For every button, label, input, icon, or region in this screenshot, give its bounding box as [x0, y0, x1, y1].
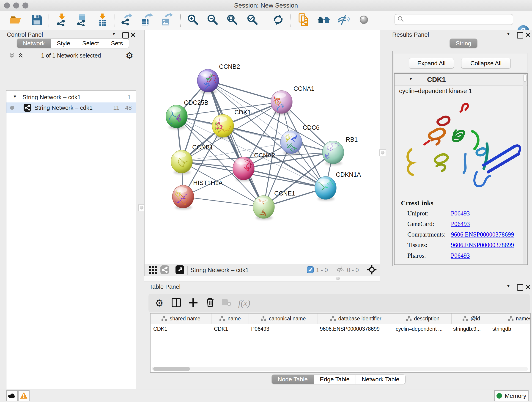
function-builder-icon[interactable]: f(x)	[238, 298, 250, 308]
right-splitter-handle[interactable]	[380, 149, 386, 156]
clipboard-share-icon	[297, 13, 310, 27]
network-view-toolbar: String Network – cdk1 1 - 0 0 - 0	[144, 264, 380, 276]
status-bar	[0, 389, 532, 402]
tab-sets[interactable]: Sets	[105, 39, 129, 48]
results-panel-float-button[interactable]	[517, 32, 523, 39]
toolbar-search[interactable]	[394, 14, 513, 25]
export-table-button[interactable]	[138, 12, 155, 28]
crosslink-link[interactable]: P06493	[451, 252, 470, 263]
gene-collapse-icon[interactable]: ▼	[409, 77, 413, 81]
crosslink-link[interactable]: 9606.ENSP00000378699	[451, 242, 514, 252]
hidden-eye-slash-icon[interactable]	[336, 265, 345, 275]
network-graph[interactable]: CCNB2CCNA1CDC25BCDK1CDC6RB1CCNB1CCNA2CDK…	[145, 30, 380, 264]
gene-description: cyclin–dependent kinase 1	[399, 88, 472, 95]
table-cell[interactable]: CDK1	[151, 324, 211, 334]
table-cell[interactable]: stringdb:9...	[450, 324, 490, 334]
zoom-selected-button[interactable]	[244, 12, 261, 28]
grid-view-icon[interactable]	[148, 265, 157, 275]
tab-select[interactable]: Select	[76, 39, 105, 48]
refresh-view-button[interactable]	[270, 12, 286, 28]
tab-network-table[interactable]: Network Table	[355, 375, 405, 384]
column-header-name[interactable]: name	[211, 313, 249, 324]
horizontal-splitter[interactable]	[144, 276, 380, 281]
results-panel-close-button[interactable]: ✕	[525, 31, 531, 39]
network-options-gear-icon[interactable]: ⚙	[126, 51, 133, 61]
import-network-from-database-button[interactable]	[73, 12, 90, 28]
table-row[interactable]: CDK1CDK1P064939606.ENSP00000378699cyclin…	[151, 324, 530, 334]
column-header--id[interactable]: @id	[452, 313, 491, 324]
table-panel-menu-caret-icon[interactable]: ▼	[506, 284, 510, 288]
selected-checkbox-icon[interactable]	[307, 266, 314, 274]
results-scrollbar-thumb[interactable]	[523, 74, 526, 82]
control-panel-close-button[interactable]: ✕	[130, 31, 136, 39]
network-canvas[interactable]: CCNB2CCNA1CDC25BCDK1CDC6RB1CCNB1CCNA2CDK…	[144, 30, 380, 264]
export-image-button[interactable]	[158, 12, 175, 28]
export-network-button[interactable]	[119, 12, 135, 28]
tab-style[interactable]: Style	[51, 39, 76, 48]
column-header-database-identifier[interactable]: database identifier	[318, 313, 394, 324]
column-header-description[interactable]: description	[394, 313, 452, 324]
table-cell[interactable]: stringdb	[490, 324, 531, 334]
table-cell[interactable]: 9606.ENSP00000378699	[317, 324, 393, 334]
crosslink-link[interactable]: P06493	[451, 210, 470, 220]
detach-view-icon[interactable]	[175, 265, 185, 275]
table-cell[interactable]: P06493	[248, 324, 317, 334]
memory-button[interactable]: Memory	[494, 390, 529, 401]
network-row-selected[interactable]: String Network – cdk1 11 48	[6, 102, 136, 113]
table-header-row: shared namenamecanonical namedatabase id…	[151, 313, 530, 324]
column-header-canonical-name[interactable]: canonical name	[249, 313, 318, 324]
expand-all-button[interactable]: Expand All	[409, 58, 454, 69]
delete-table-icon[interactable]	[221, 298, 231, 307]
home-networks-button[interactable]	[316, 12, 332, 28]
import-network-button[interactable]	[54, 12, 70, 28]
results-panel-menu-caret-icon[interactable]: ▼	[506, 32, 510, 36]
results-scrollbar[interactable]	[523, 74, 526, 264]
birds-eye-view-icon[interactable]	[367, 265, 377, 276]
tab-network[interactable]: Network	[17, 39, 51, 48]
table-panel-float-button[interactable]	[517, 284, 523, 292]
table-cell[interactable]: CDK1	[211, 324, 248, 334]
open-session-button[interactable]	[8, 12, 24, 28]
save-icon	[30, 13, 43, 27]
network-node-count: 11	[113, 104, 119, 111]
hide-unhide-button[interactable]	[336, 12, 352, 28]
string-view-icon[interactable]	[160, 265, 169, 275]
copy-network-button[interactable]	[295, 12, 312, 28]
table-panel-close-button[interactable]: ✕	[525, 283, 531, 291]
zoom-in-button[interactable]	[185, 12, 201, 28]
left-splitter-handle[interactable]	[138, 204, 145, 211]
control-panel-menu-caret-icon[interactable]: ▼	[112, 32, 116, 36]
gene-section-header[interactable]: ▼ CDK1	[394, 74, 527, 85]
collapse-all-button[interactable]: Collapse All	[461, 58, 511, 69]
import-table-button[interactable]	[94, 12, 111, 28]
bottom-splitter-handle[interactable]	[335, 275, 341, 281]
zoom-out-button[interactable]	[204, 12, 221, 28]
app-store-cloud-button[interactable]	[6, 390, 18, 401]
column-header-namespace[interactable]: namespace	[491, 313, 531, 324]
tab-edge-table[interactable]: Edge Table	[314, 375, 355, 384]
table-h-scrollbar-thumb[interactable]	[153, 367, 190, 371]
network-collection-row[interactable]: ▼ String Network – cdk1 1	[6, 92, 136, 102]
zoom-fit-button[interactable]	[224, 12, 241, 28]
table-options-gear-icon[interactable]: ⚙	[155, 298, 164, 309]
results-panel-title: Results Panel	[392, 31, 429, 38]
tab-node-table[interactable]: Node Table	[272, 375, 314, 384]
collection-collapse-icon[interactable]: ▼	[13, 94, 17, 99]
crosslink-link[interactable]: 9606.ENSP00000378699	[451, 231, 514, 242]
table-h-scrollbar[interactable]	[152, 367, 528, 371]
collapse-all-networks-button[interactable]	[8, 52, 16, 60]
crosslink-link[interactable]: P06493	[451, 220, 470, 231]
create-column-icon[interactable]	[189, 298, 198, 308]
node-label-HIST1H1A: HIST1H1A	[193, 179, 223, 186]
delete-column-icon[interactable]	[206, 298, 215, 308]
column-header-shared-name[interactable]: shared name	[151, 313, 211, 324]
show-graphics-details-button[interactable]	[355, 12, 372, 28]
float-window-icon	[122, 32, 129, 38]
search-input[interactable]	[404, 15, 510, 24]
show-columns-icon[interactable]	[171, 298, 181, 308]
warnings-button[interactable]	[18, 390, 30, 401]
table-cell[interactable]: cyclin–dependent ...	[393, 324, 450, 334]
expand-all-networks-button[interactable]	[17, 52, 24, 60]
save-session-button[interactable]	[28, 12, 45, 28]
tab-string[interactable]: String	[450, 39, 477, 48]
